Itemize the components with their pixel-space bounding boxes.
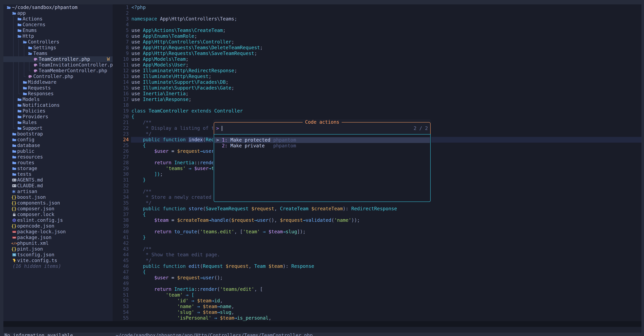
tree-item-providers[interactable]: Providers: [4, 114, 113, 120]
tree-item-pint-json[interactable]: {}pint.json: [4, 246, 113, 252]
tree-item-rules[interactable]: Rules: [4, 120, 113, 125]
code-line-55[interactable]: 55 'isPersonal' ⇒ $team→is_personal,: [113, 315, 642, 321]
tree-item-config[interactable]: config: [4, 137, 113, 143]
tree-item-settings[interactable]: Settings: [4, 45, 113, 51]
tree-item-package-lock-json[interactable]: npmpackage-lock.json: [4, 229, 113, 235]
code-line-10[interactable]: 10use App\Models\Team;: [113, 56, 642, 62]
tree-item-label: Actions: [22, 16, 42, 22]
tree-item-http[interactable]: Http: [4, 33, 113, 39]
tree-item-components-json[interactable]: {}components.json: [4, 200, 113, 206]
code-line-37[interactable]: 37 {: [113, 212, 642, 217]
ts-icon: TS: [12, 253, 16, 257]
code-line-2[interactable]: 2: [113, 10, 642, 16]
tree-item-vite-config-ts[interactable]: vite.config.ts: [4, 258, 113, 263]
code-line-43[interactable]: 43 /**: [113, 246, 642, 252]
tree-item-models[interactable]: Models: [4, 97, 113, 102]
code-line-48[interactable]: 48 $user = $request→user();: [113, 275, 642, 281]
line-number: 32: [113, 183, 129, 189]
code-line-39[interactable]: 39: [113, 223, 642, 229]
code-line-4[interactable]: 4: [113, 22, 642, 27]
tree-item-agents-md[interactable]: AGENTS.md: [4, 177, 113, 183]
code-line-52[interactable]: 52 'id' ⇒ $team→id,: [113, 298, 642, 304]
code-line-46[interactable]: 46 public function edit(Request $request…: [113, 263, 642, 269]
tree-item-database[interactable]: database: [4, 143, 113, 148]
tree-item--code-sandbox-phpantom[interactable]: ~/code/sandbox/phpantom: [4, 4, 113, 10]
code-line-51[interactable]: 51 'team' ⇒ [: [113, 292, 642, 298]
tree-item-composer-json[interactable]: {}composer.json: [4, 206, 113, 212]
code-line-54[interactable]: 54 'slug' ⇒ $team→slug,: [113, 310, 642, 315]
code-line-8[interactable]: 8use App\Http\Requests\Teams\DeleteTeamR…: [113, 45, 642, 51]
code-line-19[interactable]: 19class TeamController extends Controlle…: [113, 108, 642, 114]
tree-item-public[interactable]: public: [4, 148, 113, 154]
tree-item-app[interactable]: app: [4, 10, 113, 16]
code-line-9[interactable]: 9use App\Http\Requests\Teams\SaveTeamReq…: [113, 51, 642, 56]
code-line-7[interactable]: 7use App\Http\Controllers\Controller;: [113, 39, 642, 45]
code-line-12[interactable]: 12use Illuminate\Http\RedirectResponse;: [113, 68, 642, 74]
code-line-53[interactable]: 53 'name' ⇒ $team→name,: [113, 304, 642, 310]
code-line-20[interactable]: 20{: [113, 114, 642, 120]
code-line-16[interactable]: 16use Inertia\Inertia;: [113, 91, 642, 97]
tree-item-composer-lock[interactable]: composer.lock: [4, 212, 113, 217]
tree-item-claude-md[interactable]: CLAUDE.md: [4, 183, 113, 189]
tree-item-middleware[interactable]: Middleware: [4, 79, 113, 85]
code-line-42[interactable]: 42: [113, 240, 642, 246]
code-line-41[interactable]: 41 }: [113, 235, 642, 240]
tree-item-artisan[interactable]: *artisan: [4, 189, 113, 194]
code-line-1[interactable]: 1<?php: [113, 4, 642, 10]
code-line-36[interactable]: 36 public function store(SaveTeamRequest…: [113, 206, 642, 212]
code-line-38[interactable]: 38 $team = $createTeam→handle($request→u…: [113, 217, 642, 223]
tree-item-package-json[interactable]: npmpackage.json: [4, 235, 113, 240]
tree-item-support[interactable]: Support: [4, 125, 113, 131]
tree-item-responses[interactable]: Responses: [4, 91, 113, 97]
code-line-17[interactable]: 17use Inertia\Response;: [113, 97, 642, 102]
tree-item-opencode-json[interactable]: {}opencode.json: [4, 223, 113, 229]
tree-item-tests[interactable]: tests: [4, 171, 113, 177]
tree-item-boost-json[interactable]: {}boost.json: [4, 194, 113, 200]
editor-pane[interactable]: 1<?php23namespace App\Http\Controllers\T…: [113, 4, 642, 321]
tree-item-label: app: [17, 10, 26, 16]
tree-item-requests[interactable]: Requests: [4, 85, 113, 91]
code-line-13[interactable]: 13use Illuminate\Http\Request;: [113, 74, 642, 79]
tree-item-teams[interactable]: Teams: [4, 51, 113, 56]
line-number: 19: [113, 108, 129, 114]
tree-item-teamcontroller-php[interactable]: TeamController.phpW: [4, 56, 113, 62]
tree-item-resources[interactable]: resources: [4, 154, 113, 160]
tree-item-controller-php[interactable]: Controller.php: [4, 74, 113, 79]
line-number: 46: [113, 263, 129, 269]
tree-item-concerns[interactable]: Concerns: [4, 22, 113, 27]
code-line-18[interactable]: 18: [113, 102, 642, 108]
folder-closed-icon: [17, 103, 22, 107]
code-line-47[interactable]: 47 {: [113, 269, 642, 275]
tree-item--16-hidden-items-[interactable]: (16 hidden items): [4, 263, 113, 269]
tree-item-label: Middleware: [28, 79, 56, 85]
code-line-50[interactable]: 50 return Inertia::render('teams/edit', …: [113, 286, 642, 292]
code-line-49[interactable]: 49: [113, 281, 642, 286]
tree-item-eslint-config-js[interactable]: eslint.config.js: [4, 217, 113, 223]
folder-closed-icon: [12, 155, 16, 159]
tree-item-teammembercontroller-php[interactable]: TeamMemberController.php: [4, 68, 113, 74]
code-line-44[interactable]: 44 * Show the team edit page.: [113, 252, 642, 258]
tree-item-routes[interactable]: routes: [4, 160, 113, 166]
code-line-14[interactable]: 14use Illuminate\Support\Facades\DB;: [113, 79, 642, 85]
tree-item-notifications[interactable]: Notifications: [4, 102, 113, 108]
code-line-15[interactable]: 15use Illuminate\Support\Facades\Gate;: [113, 85, 642, 91]
tree-item-storage[interactable]: storage: [4, 166, 113, 171]
tree-item-policies[interactable]: Policies: [4, 108, 113, 114]
code-line-5[interactable]: 5use App\Actions\Teams\CreateTeam;: [113, 27, 642, 33]
code-line-3[interactable]: 3namespace App\Http\Controllers\Teams;: [113, 16, 642, 22]
code-line-40[interactable]: 40 return to_route('teams.edit', ['team'…: [113, 229, 642, 235]
tree-item-phpunit-xml[interactable]: </>phpunit.xml: [4, 240, 113, 246]
neotree-sidebar[interactable]: ~/code/sandbox/phpantomappActionsConcern…: [4, 4, 113, 321]
code-line-6[interactable]: 6use App\Enums\TeamRole;: [113, 33, 642, 39]
tree-item-bootstrap[interactable]: bootstrap: [4, 131, 113, 137]
tree-item-enums[interactable]: Enums: [4, 27, 113, 33]
code-action-item-1[interactable]: > 1: Make protected phpantom: [214, 137, 430, 143]
code-line-45[interactable]: 45 */: [113, 258, 642, 263]
tree-item-teaminvitationcontroller-php[interactable]: TeamInvitationController.php: [4, 62, 113, 68]
tree-item-controllers[interactable]: Controllers: [4, 39, 113, 45]
code-line-11[interactable]: 11use App\Models\User;: [113, 62, 642, 68]
tree-item-actions[interactable]: Actions: [4, 16, 113, 22]
code-action-item-2[interactable]: 2: Make private phpantom: [214, 143, 430, 149]
tree-item-tsconfig-json[interactable]: TStsconfig.json: [4, 252, 113, 258]
line-number: 25: [113, 143, 129, 148]
